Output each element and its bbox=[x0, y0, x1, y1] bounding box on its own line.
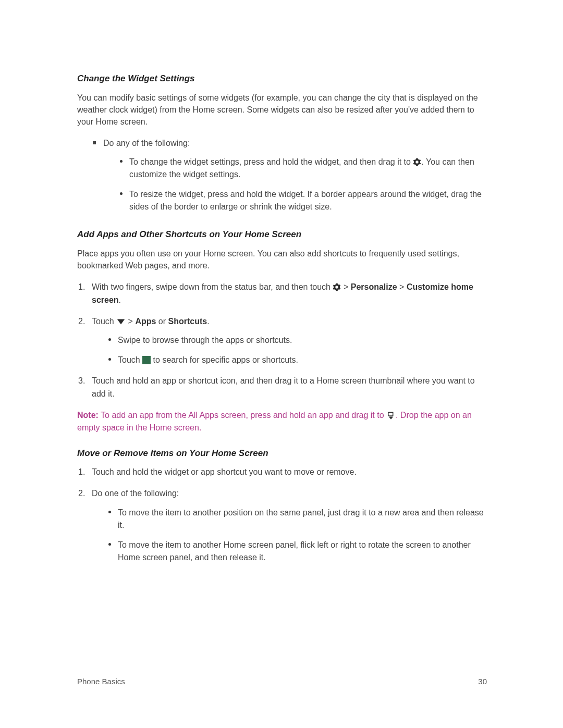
search-icon bbox=[142, 356, 151, 364]
body-text: . bbox=[119, 295, 121, 304]
intro-add-apps: Place apps you often use on your Home sc… bbox=[77, 248, 487, 272]
add-to-home-icon bbox=[386, 411, 396, 421]
body-text: or bbox=[156, 317, 168, 326]
list-item: Swipe to browse through the apps or shor… bbox=[111, 334, 487, 347]
heading-move-remove: Move or Remove Items on Your Home Screen bbox=[77, 447, 487, 460]
body-text: > bbox=[397, 282, 407, 291]
heading-add-apps: Add Apps and Other Shortcuts on Your Hom… bbox=[77, 228, 487, 241]
dropdown-triangle-icon bbox=[116, 317, 126, 326]
gear-icon bbox=[413, 158, 421, 167]
note-block: Note: To add an app from the All Apps sc… bbox=[77, 409, 487, 434]
body-text: Swipe to browse through the apps or shor… bbox=[118, 336, 292, 344]
body-text: Do one of the following: bbox=[92, 489, 179, 498]
svg-marker-0 bbox=[117, 319, 125, 325]
list-item: With two fingers, swipe down from the st… bbox=[77, 281, 487, 307]
page-footer: Phone Basics 30 bbox=[77, 676, 487, 688]
heading-widget-settings: Change the Widget Settings bbox=[77, 72, 487, 85]
lead-text: Do any of the following: bbox=[103, 139, 190, 147]
body-text: With two fingers, swipe down from the st… bbox=[92, 282, 333, 291]
label-personalize: Personalize bbox=[351, 282, 397, 291]
body-text: to search for specific apps or shortcuts… bbox=[151, 355, 298, 364]
list-item: Do one of the following: To move the ite… bbox=[77, 487, 487, 564]
body-text: Touch bbox=[92, 317, 116, 326]
gear-icon bbox=[333, 283, 341, 292]
list-item: Touch and hold an app or shortcut icon, … bbox=[77, 375, 487, 401]
body-text: > bbox=[341, 282, 350, 291]
body-text: To move the item to another position on … bbox=[118, 508, 484, 529]
list-item: Touch and hold the widget or app shortcu… bbox=[77, 466, 487, 479]
body-text: > bbox=[126, 317, 135, 326]
list-item: Do any of the following: To change the w… bbox=[95, 137, 487, 213]
body-text: To move the item to another Home screen … bbox=[118, 540, 471, 562]
list-item: Touch > Apps or Shortcuts. Swipe to brow… bbox=[77, 315, 487, 367]
list-item: To change the widget settings, press and… bbox=[122, 156, 487, 181]
footer-page-number: 30 bbox=[478, 676, 487, 688]
body-text: To change the widget settings, press and… bbox=[129, 157, 413, 166]
footer-chapter: Phone Basics bbox=[77, 676, 125, 688]
body-text: . bbox=[207, 317, 209, 326]
label-apps: Apps bbox=[135, 317, 156, 326]
note-label: Note: bbox=[77, 411, 99, 419]
label-shortcuts: Shortcuts bbox=[168, 317, 207, 326]
body-text: To resize the widget, press and hold the… bbox=[129, 190, 482, 211]
list-item: Touch to search for specific apps or sho… bbox=[111, 354, 487, 366]
body-text: Touch and hold the widget or app shortcu… bbox=[92, 467, 357, 476]
list-item: To move the item to another Home screen … bbox=[111, 539, 487, 564]
body-text: Touch and hold an app or shortcut icon, … bbox=[92, 376, 475, 398]
intro-widget-settings: You can modify basic settings of some wi… bbox=[77, 92, 487, 128]
list-item: To move the item to another position on … bbox=[111, 507, 487, 532]
list-item: To resize the widget, press and hold the… bbox=[122, 188, 487, 213]
body-text: Touch bbox=[118, 355, 142, 364]
note-text: To add an app from the All Apps screen, … bbox=[101, 411, 386, 419]
